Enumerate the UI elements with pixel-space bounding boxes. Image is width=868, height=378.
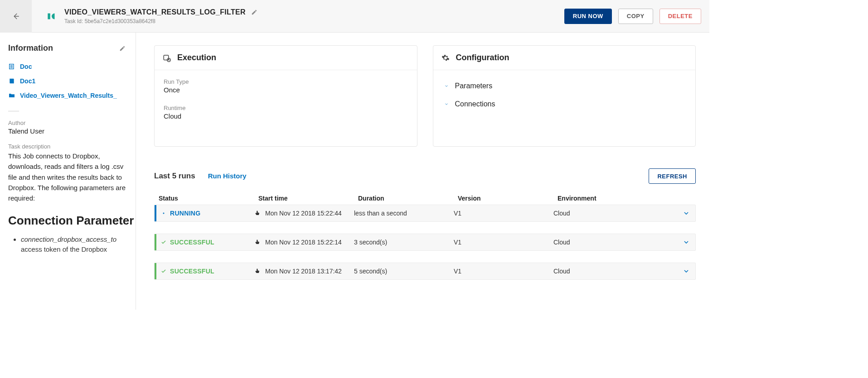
svg-point-2 xyxy=(163,213,165,214)
copy-button[interactable]: COPY xyxy=(618,9,653,24)
parameters-label: Parameters xyxy=(455,82,493,90)
chevron-down-icon xyxy=(683,210,690,217)
running-icon xyxy=(161,211,166,216)
expand-row[interactable] xyxy=(677,268,695,275)
start-time: Mon Nov 12 2018 15:22:44 xyxy=(265,210,342,217)
task-type-icon xyxy=(44,8,60,24)
start-time: Mon Nov 12 2018 15:22:14 xyxy=(265,239,342,246)
refresh-button[interactable]: REFRESH xyxy=(649,168,696,184)
runtime-label: Runtime xyxy=(164,105,408,111)
run-type-label: Run Type xyxy=(164,78,408,85)
chevron-down-icon xyxy=(683,268,690,275)
start-time: Mon Nov 12 2018 13:17:42 xyxy=(265,268,342,275)
connection-param-heading: Connection Parameter xyxy=(8,213,136,228)
doc-icon xyxy=(8,63,15,70)
task-title: VIDEO_VIEWERS_WATCH_RESULTS_LOG_FILTER xyxy=(64,8,246,16)
parameters-toggle[interactable]: Parameters xyxy=(442,78,687,96)
check-icon xyxy=(161,239,166,245)
folder-icon xyxy=(8,92,15,99)
run-history-link[interactable]: Run History xyxy=(208,172,247,180)
folder-link-label: Video_Viewers_Watch_Results_ xyxy=(20,92,117,99)
runs-section: Last 5 runs Run History REFRESH Status S… xyxy=(136,147,709,305)
doc1-link[interactable]: Doc1 xyxy=(8,74,136,88)
version-cell: V1 xyxy=(454,268,553,275)
sidebar-hscroll[interactable] xyxy=(0,301,136,310)
svg-rect-0 xyxy=(164,55,169,60)
duration-cell: 5 second(s) xyxy=(354,268,454,275)
author-value: Talend User xyxy=(8,127,136,135)
page-header: VIDEO_VIEWERS_WATCH_RESULTS_LOG_FILTER T… xyxy=(0,0,709,33)
author-label: Author xyxy=(8,120,136,126)
duration-cell: 3 second(s) xyxy=(354,239,454,246)
folder-link[interactable]: Video_Viewers_Watch_Results_ xyxy=(8,88,136,103)
expand-row[interactable] xyxy=(677,210,695,217)
version-cell: V1 xyxy=(454,210,553,217)
runs-title: Last 5 runs xyxy=(154,172,195,181)
environment-cell: Cloud xyxy=(553,268,677,275)
list-item: connection_dropbox_access_to access toke… xyxy=(21,234,136,255)
check-icon xyxy=(161,268,166,274)
col-status: Status xyxy=(159,195,258,202)
expand-row[interactable] xyxy=(677,239,695,246)
col-version: Version xyxy=(458,195,558,202)
connections-label: Connections xyxy=(455,100,495,108)
configuration-title: Configuration xyxy=(456,53,509,62)
doc1-link-label: Doc1 xyxy=(20,77,35,85)
run-now-button[interactable]: RUN NOW xyxy=(564,9,612,24)
manual-run-icon xyxy=(254,239,261,246)
param-list: connection_dropbox_access_to access toke… xyxy=(21,234,136,255)
sidebar: Information Doc Doc1 Video_Viewers_Watch… xyxy=(0,33,136,310)
table-row[interactable]: SUCCESSFULMon Nov 12 2018 13:17:425 seco… xyxy=(154,263,696,280)
doc-link[interactable]: Doc xyxy=(8,59,136,74)
chevron-down-icon xyxy=(444,102,449,106)
status-text: SUCCESSFUL xyxy=(170,268,214,275)
task-desc-text: This Job connects to Dropbox, downloads,… xyxy=(8,151,136,203)
execution-icon xyxy=(163,54,171,62)
col-env: Environment xyxy=(558,195,673,202)
main-content: Execution Run Type Once Runtime Cloud xyxy=(136,33,709,310)
status-text: RUNNING xyxy=(170,210,200,217)
environment-cell: Cloud xyxy=(553,210,677,217)
sidebar-title: Information xyxy=(8,43,53,53)
duration-cell: less than a second xyxy=(354,210,454,217)
arrow-left-icon xyxy=(12,12,20,20)
manual-run-icon xyxy=(254,268,261,275)
version-cell: V1 xyxy=(454,239,553,246)
col-start: Start time xyxy=(258,195,358,202)
runs-table-header: Status Start time Duration Version Envir… xyxy=(154,192,696,205)
col-duration: Duration xyxy=(358,195,458,202)
chevron-down-icon xyxy=(683,239,690,246)
back-button[interactable] xyxy=(0,0,32,33)
task-desc-label: Task description xyxy=(8,143,136,150)
execution-panel: Execution Run Type Once Runtime Cloud xyxy=(154,45,417,147)
status-text: SUCCESSFUL xyxy=(170,239,214,246)
run-type-value: Once xyxy=(164,86,408,94)
execution-title: Execution xyxy=(177,53,216,62)
environment-cell: Cloud xyxy=(553,239,677,246)
table-row[interactable]: RUNNINGMon Nov 12 2018 15:22:44less than… xyxy=(154,205,696,222)
manual-run-icon xyxy=(254,210,261,217)
edit-info-icon[interactable] xyxy=(119,45,126,52)
delete-button[interactable]: DELETE xyxy=(659,9,701,24)
configuration-panel: Configuration Parameters Connections xyxy=(433,45,696,147)
gear-icon xyxy=(441,54,450,62)
divider xyxy=(8,111,19,111)
table-row[interactable]: SUCCESSFULMon Nov 12 2018 15:22:143 seco… xyxy=(154,234,696,251)
chevron-down-icon xyxy=(444,84,449,88)
runtime-value: Cloud xyxy=(164,112,408,120)
task-id-line: Task Id: 5be5a7c2e1d300353a8642f8 xyxy=(64,18,564,24)
connections-toggle[interactable]: Connections xyxy=(442,96,687,115)
doc-link-label: Doc xyxy=(20,63,32,70)
edit-title-icon[interactable] xyxy=(251,9,257,15)
book-icon xyxy=(8,77,15,85)
